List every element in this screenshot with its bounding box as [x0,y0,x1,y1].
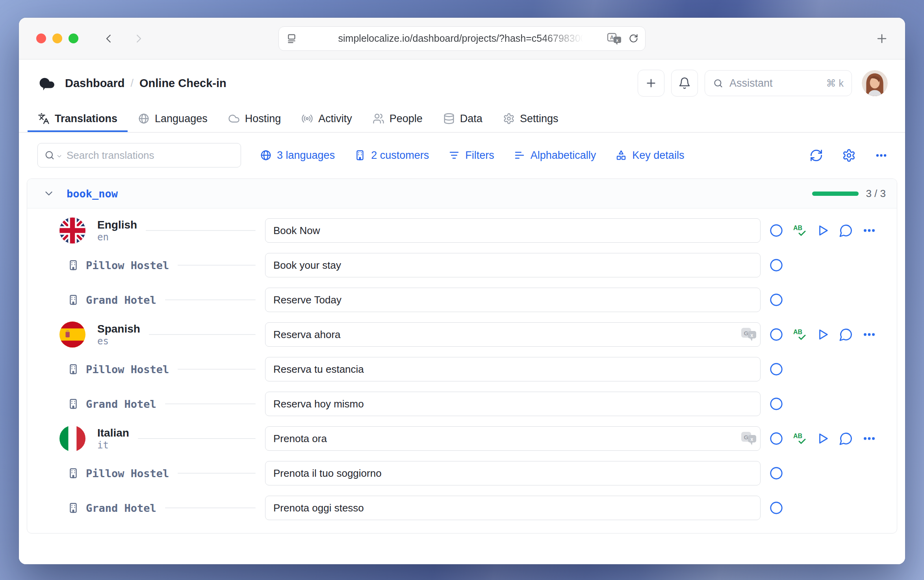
assistant-search[interactable]: Assistant ⌘ k [705,70,852,96]
translation-input-grand-hotel-en[interactable] [265,288,761,312]
tab-data[interactable]: Data [433,107,493,132]
refresh-icon[interactable] [809,149,823,162]
tab-hosting[interactable]: Hosting [218,107,291,132]
language-code: it [97,440,129,451]
avatar[interactable] [862,70,888,96]
more-options-icon[interactable] [862,431,876,446]
translation-rows: English en AB [27,208,897,533]
language-name: Italian [97,426,129,440]
languages-filter-button[interactable]: 3 languages [260,149,335,162]
translation-input-pillow-hostel-es[interactable] [265,357,761,381]
building-icon [67,363,79,375]
connector-line [149,334,256,335]
collapse-chevron-icon[interactable] [43,188,55,199]
status-circle-icon[interactable] [769,466,783,480]
spellcheck-icon[interactable]: AB [792,327,807,342]
translation-key[interactable]: book_now [67,188,118,200]
tab-languages[interactable]: Languages [128,107,218,132]
comments-icon[interactable] [839,431,853,446]
status-circle-icon[interactable] [769,327,783,342]
simplelocalize-app: Dashboard / Online Check-in Assistant ⌘ … [19,59,905,564]
customers-filter-button[interactable]: 2 customers [354,149,429,162]
building-icon [67,467,79,479]
translation-input-english[interactable] [265,218,761,243]
tab-settings[interactable]: Settings [493,107,569,132]
close-window-button[interactable] [36,33,46,43]
translation-input-spanish[interactable] [265,322,761,347]
translation-input-pillow-hostel-it[interactable] [265,461,761,485]
search-translations-input[interactable] [66,149,234,162]
translation-input-italian[interactable] [265,426,761,451]
shapes-icon [615,149,627,161]
tab-label: People [390,113,423,125]
breadcrumb-separator: / [130,77,134,89]
button-label: 2 customers [371,149,429,162]
minimize-window-button[interactable] [52,33,62,43]
play-icon[interactable] [816,431,830,446]
status-circle-icon[interactable] [769,293,783,307]
tab-people[interactable]: People [362,107,433,132]
bell-icon [678,77,691,89]
gear-icon[interactable] [842,149,856,162]
building-icon [67,259,79,271]
status-circle-icon[interactable] [769,501,783,515]
breadcrumb-app[interactable]: Dashboard [65,77,124,90]
spellcheck-icon[interactable]: AB [792,431,807,446]
customer-row-pillow-hostel: Pillow Hostel [27,352,897,387]
zoom-window-button[interactable] [69,33,78,43]
connector-line [138,438,256,439]
flag-spain-icon [59,322,85,348]
google-translate-badge-icon: G x [740,430,757,447]
key-details-button[interactable]: Key details [615,149,684,162]
breadcrumb-project[interactable]: Online Check-in [139,77,226,90]
users-icon [373,113,384,125]
notifications-button[interactable] [671,70,698,97]
more-options-icon[interactable] [875,149,888,162]
comments-icon[interactable] [839,223,853,238]
tab-translations[interactable]: Translations [28,107,128,132]
globe-icon [138,113,150,125]
tab-activity[interactable]: Activity [291,107,362,132]
url-bar[interactable]: simplelocalize.io/dashboard/projects/?ha… [278,26,646,51]
customer-name: Grand Hotel [86,502,156,514]
play-icon[interactable] [816,223,830,238]
radio-icon [301,113,313,125]
translation-input-grand-hotel-it[interactable] [265,496,761,520]
add-button[interactable] [638,70,664,97]
forward-icon[interactable] [133,33,145,45]
chevron-down-icon[interactable] [56,153,63,160]
customer-row-pillow-hostel: Pillow Hostel [27,248,897,283]
language-row-spanish: Spanish es G [27,317,897,352]
svg-text:AB: AB [793,433,802,439]
play-icon[interactable] [816,327,830,342]
svg-text:x: x [751,333,753,338]
status-circle-icon[interactable] [769,362,783,376]
simplelocalize-logo-icon[interactable] [37,74,56,93]
reader-icon[interactable] [286,33,298,45]
connector-line [178,265,256,266]
status-circle-icon[interactable] [769,223,783,238]
spellcheck-icon[interactable]: AB [792,223,807,238]
more-options-icon[interactable] [862,223,876,238]
gear-icon [503,113,515,125]
progress-bar [812,191,859,196]
comments-icon[interactable] [839,327,853,342]
customer-name: Pillow Hostel [86,363,169,376]
translate-icon[interactable]: A x [607,32,622,45]
status-circle-icon[interactable] [769,431,783,446]
translation-input-grand-hotel-es[interactable] [265,392,761,416]
sort-button[interactable]: Alphabetically [514,149,596,162]
status-circle-icon[interactable] [769,397,783,411]
status-circle-icon[interactable] [769,258,783,272]
reload-icon[interactable] [628,33,639,44]
back-icon[interactable] [103,33,115,45]
translation-input-pillow-hostel-en[interactable] [265,253,761,277]
button-label: 3 languages [277,149,335,162]
new-tab-icon[interactable] [875,32,889,45]
tab-label: Hosting [245,113,281,125]
language-row-italian: Italian it G [27,421,897,456]
search-translations-box[interactable] [37,143,241,167]
building-icon [67,294,79,306]
filters-button[interactable]: Filters [448,149,494,162]
more-options-icon[interactable] [862,327,876,342]
